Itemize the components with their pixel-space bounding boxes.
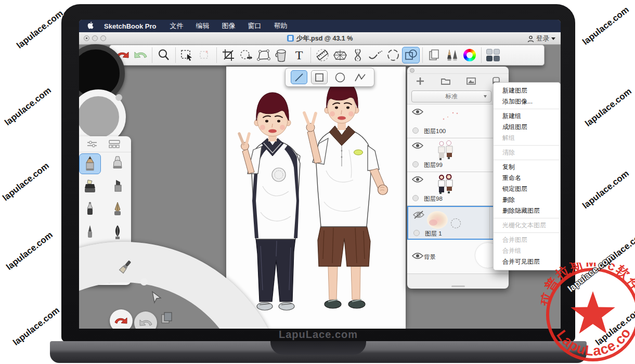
document-icon: [287, 35, 294, 42]
panel-resize-handle[interactable]: [451, 285, 465, 287]
menu-item-edit[interactable]: 编辑: [196, 21, 209, 31]
add-layer-icon[interactable]: [416, 76, 425, 86]
crop-tool[interactable]: [219, 47, 237, 63]
menu-lock-layer[interactable]: 锁定图层: [494, 184, 560, 194]
brush-fine-tip[interactable]: [79, 221, 103, 244]
layer-name: 图层98: [424, 195, 443, 203]
layer-radio[interactable]: [413, 230, 420, 236]
interface-toggle-tool[interactable]: [484, 47, 502, 63]
line-shape-button[interactable]: [291, 70, 307, 84]
brush-pencil-selected[interactable]: [79, 153, 101, 174]
ellipse-shape-button[interactable]: [332, 70, 348, 84]
brush-settings-icon[interactable]: [86, 140, 98, 148]
layer-name: 图层 1: [425, 230, 442, 238]
visibility-eye-icon[interactable]: [412, 252, 423, 262]
menu-item-help[interactable]: 帮助: [274, 21, 287, 31]
ruler-tool[interactable]: [314, 47, 331, 63]
brush-fountain-pen[interactable]: [103, 198, 131, 221]
login-label: 登录: [536, 34, 549, 43]
layer-name: 图层99: [424, 161, 443, 169]
visibility-eye-icon[interactable]: [412, 176, 423, 185]
laptop-bezel: SketchBook Pro 文件 编辑 图像 窗口 帮助 少年.psd @ 4…: [61, 4, 575, 342]
menu-new-layer[interactable]: 新建图层: [494, 85, 560, 96]
brush-marker[interactable]: [79, 175, 103, 198]
menu-rasterize-text: 光栅化文本图层: [494, 220, 560, 231]
selection-marquee: [451, 218, 461, 228]
watermark: lapulace.com: [583, 86, 633, 129]
user-icon: [527, 35, 534, 43]
layer-radio[interactable]: [412, 127, 419, 134]
app-name[interactable]: SketchBook Pro: [104, 22, 156, 30]
lagoon-layers-icon[interactable]: [160, 311, 174, 327]
distort-tool[interactable]: [255, 47, 273, 63]
panel-close-button[interactable]: [410, 68, 414, 73]
layer-name: 背景: [424, 253, 436, 261]
document-title: 少年.psd @ 43.1 %: [79, 34, 561, 43]
new-group-icon[interactable]: [440, 77, 451, 85]
add-image-icon[interactable]: [466, 77, 476, 85]
menu-rename[interactable]: 重命名: [494, 173, 560, 184]
text-tool[interactable]: T: [290, 47, 308, 63]
menu-item-window[interactable]: 窗口: [248, 21, 261, 31]
shapes-tool[interactable]: [402, 47, 420, 63]
menu-group-layers[interactable]: 成组图层: [494, 122, 560, 133]
lagoon-brush-icon[interactable]: [118, 259, 133, 277]
layer-name: 图层100: [424, 127, 446, 135]
blend-mode-dropdown[interactable]: 标准: [411, 90, 491, 102]
redo-button[interactable]: [132, 47, 149, 63]
macos-screen: SketchBook Pro 文件 编辑 图像 窗口 帮助 少年.psd @ 4…: [79, 20, 561, 329]
visibility-eye-icon[interactable]: [412, 142, 423, 151]
zoom-tool[interactable]: [155, 47, 173, 63]
color-wheel-tool[interactable]: [461, 47, 478, 63]
puck-dot: [115, 94, 122, 101]
menu-delete-hidden[interactable]: 删除隐藏图层: [494, 205, 560, 216]
menu-add-image[interactable]: 添加图像...: [494, 96, 560, 107]
menu-merge-group: 合并组: [494, 245, 560, 256]
brush-ballpoint[interactable]: [79, 198, 103, 221]
brush-quill[interactable]: [103, 221, 131, 244]
menu-merge-layer: 合并图层: [494, 235, 560, 245]
brush-grid-icon[interactable]: [108, 140, 121, 148]
apple-menu-icon[interactable]: [87, 22, 95, 30]
watermark: lapulace.com: [580, 5, 631, 47]
visibility-eye-off-icon[interactable]: [413, 211, 424, 221]
watermark: lapulace.com: [1, 161, 51, 203]
transform-tool[interactable]: [237, 47, 255, 63]
window-title-bar: 少年.psd @ 43.1 % 登录: [79, 32, 561, 45]
polyline-shape-button[interactable]: [352, 70, 369, 84]
menu-item-file[interactable]: 文件: [170, 21, 183, 31]
ellipse-tool[interactable]: [384, 47, 402, 63]
select-tool[interactable]: [178, 47, 196, 63]
drawing-canvas[interactable]: [226, 67, 406, 329]
fill-tool[interactable]: [273, 47, 290, 63]
stroke-tool[interactable]: [367, 47, 384, 63]
menu-duplicate[interactable]: 复制: [494, 162, 560, 173]
layer-radio[interactable]: [412, 195, 419, 201]
perspective-tool[interactable]: [331, 47, 349, 63]
symmetry-tool[interactable]: [349, 47, 367, 63]
menu-clear: 清除: [494, 147, 560, 158]
menu-bar: SketchBook Pro 文件 编辑 图像 窗口 帮助: [79, 20, 561, 32]
menu-new-group[interactable]: 新建组: [494, 111, 560, 122]
brush-library-tool[interactable]: [443, 47, 461, 63]
boy-right: [304, 80, 388, 308]
brush-airbrush[interactable]: [103, 152, 131, 175]
rectangle-shape-button[interactable]: [311, 70, 328, 84]
lagoon-cursor-icon[interactable]: [149, 290, 164, 307]
menu-delete[interactable]: 删除: [494, 194, 560, 205]
brush-chisel[interactable]: [103, 175, 131, 198]
color-wheel-icon: [463, 49, 476, 61]
watermark: lapulace.com: [15, 8, 65, 51]
laptop-base: [50, 341, 587, 363]
menu-ungroup: 解组: [494, 133, 560, 144]
login-caret-icon: [551, 37, 555, 40]
menu-item-image[interactable]: 图像: [222, 21, 235, 31]
watermark: lapulace.com: [4, 230, 55, 272]
deselect-tool[interactable]: [196, 47, 214, 63]
visibility-eye-icon[interactable]: [412, 108, 423, 118]
layer-radio[interactable]: [412, 161, 419, 167]
copy-layer-tool[interactable]: [425, 47, 443, 63]
lagoon-undo-button[interactable]: [110, 309, 133, 329]
laptop-base-notch: [270, 341, 366, 355]
login-control[interactable]: 登录: [527, 34, 555, 43]
